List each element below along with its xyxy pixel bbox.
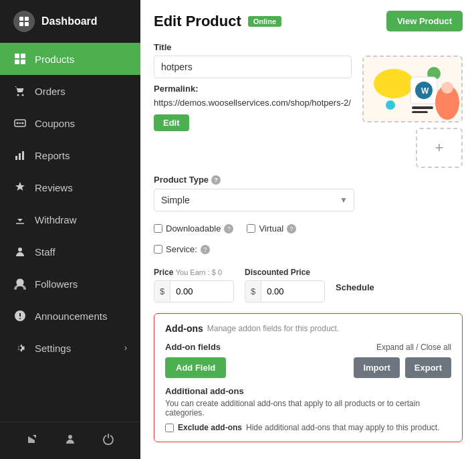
dashboard-icon <box>13 11 35 32</box>
sidebar: Dashboard Products Orders Coupons Report… <box>0 0 140 459</box>
title-input[interactable] <box>154 56 352 78</box>
sidebar-item-orders[interactable]: Orders <box>0 75 140 107</box>
svg-point-11 <box>17 122 19 124</box>
view-product-button[interactable]: View Product <box>386 11 463 31</box>
svg-rect-29 <box>412 106 433 109</box>
price-label: Price You Earn : $ 0 <box>154 268 234 277</box>
svg-rect-16 <box>22 151 24 160</box>
svg-rect-1 <box>25 17 29 21</box>
user-icon[interactable] <box>64 433 76 448</box>
product-type-label: Product Type ? <box>154 175 463 185</box>
service-info-icon[interactable]: ? <box>201 245 210 254</box>
svg-point-9 <box>22 94 24 96</box>
downloadable-info-icon[interactable]: ? <box>224 224 233 234</box>
sidebar-item-staff[interactable]: Staff <box>0 236 140 268</box>
product-type-select-wrap: Simple Variable Grouped External/Affilia… <box>154 189 354 211</box>
downloadable-checkbox-label[interactable]: Downloadable ? <box>154 223 233 234</box>
reviews-label: Reviews <box>35 182 73 193</box>
product-type-select[interactable]: Simple Variable Grouped External/Affilia… <box>154 189 354 211</box>
sidebar-item-reports[interactable]: Reports <box>0 139 140 171</box>
exclude-label: Exclude add-ons <box>178 423 242 432</box>
reports-label: Reports <box>35 150 70 161</box>
checkbox-row: Downloadable ? Virtual ? <box>154 223 463 234</box>
product-thumbnail[interactable]: W <box>362 56 463 122</box>
add-thumbnail-button[interactable]: + <box>416 128 463 168</box>
exclude-row: Exclude add-ons Hide additional add-ons … <box>165 423 451 432</box>
sidebar-item-followers[interactable]: Followers <box>0 268 140 300</box>
service-checkbox[interactable] <box>154 245 162 254</box>
exclude-desc: Hide additional add-ons that may apply t… <box>246 423 440 432</box>
sidebar-item-coupons[interactable]: Coupons <box>0 107 140 139</box>
page-header-left: Edit Product Online <box>154 13 281 30</box>
reviews-icon <box>13 181 27 194</box>
svg-point-28 <box>441 82 453 94</box>
add-field-button[interactable]: Add Field <box>165 357 226 378</box>
svg-point-8 <box>17 94 19 96</box>
edit-permalink-button[interactable]: Edit <box>154 114 189 131</box>
service-checkbox-label[interactable]: Service: ? <box>154 244 210 254</box>
staff-icon <box>13 245 27 258</box>
price-section: Price You Earn : $ 0 $ Discounted Price … <box>154 268 463 302</box>
svg-rect-7 <box>21 60 25 64</box>
virtual-checkbox[interactable] <box>247 224 255 233</box>
service-checkbox-row: Service: ? <box>154 244 463 254</box>
orders-label: Orders <box>35 86 66 97</box>
svg-point-21 <box>374 69 414 98</box>
price-row: Price You Earn : $ 0 $ Discounted Price … <box>154 268 463 302</box>
settings-label: Settings <box>35 343 71 354</box>
price-input[interactable] <box>170 281 224 302</box>
exclude-addons-checkbox[interactable] <box>165 424 174 432</box>
svg-point-12 <box>22 122 24 124</box>
dashboard-label: Dashboard <box>41 15 98 27</box>
svg-rect-2 <box>19 22 23 26</box>
announcements-icon <box>13 309 27 323</box>
price-earn: You Earn : $ 0 <box>176 268 222 276</box>
addon-buttons-right: Import Export <box>354 357 451 378</box>
discounted-currency: $ <box>245 281 261 302</box>
sidebar-item-withdraw[interactable]: Withdraw <box>0 203 140 236</box>
followers-label: Followers <box>35 278 78 290</box>
discounted-price-label: Discounted Price <box>245 268 325 277</box>
export-button[interactable]: Export <box>405 357 451 378</box>
price-currency: $ <box>154 281 170 302</box>
additional-addons-desc: You can create additional add-ons that a… <box>165 399 451 418</box>
discounted-price-col: Discounted Price $ <box>245 268 325 302</box>
permalink-row: Permalink: https://demos.woosellservices… <box>154 84 352 108</box>
schedule-label: Schedule <box>336 282 374 299</box>
additional-addons-title: Additional add-ons <box>165 386 451 396</box>
virtual-checkbox-label[interactable]: Virtual ? <box>247 223 296 234</box>
orders-icon <box>13 84 27 98</box>
main-content: Edit Product Online View Product Title P… <box>140 0 476 459</box>
addon-buttons: Add Field Import Export <box>165 357 451 378</box>
svg-rect-4 <box>15 54 19 58</box>
virtual-info-icon[interactable]: ? <box>287 224 296 234</box>
status-badge: Online <box>248 16 281 27</box>
product-type-section: Product Type ? Simple Variable Grouped E… <box>154 175 463 211</box>
downloadable-checkbox[interactable] <box>154 224 162 233</box>
discounted-price-input[interactable] <box>261 281 315 302</box>
svg-text:W: W <box>421 86 429 96</box>
addons-section: Add-ons Manage addon fields for this pro… <box>154 313 463 442</box>
product-type-info-icon[interactable]: ? <box>211 175 221 185</box>
title-section: Title Permalink: https://demos.woosellse… <box>154 42 463 168</box>
svg-rect-0 <box>19 17 23 21</box>
svg-rect-15 <box>19 153 21 160</box>
import-button[interactable]: Import <box>354 357 399 378</box>
sidebar-item-settings[interactable]: Settings › <box>0 332 140 364</box>
sidebar-item-reviews[interactable]: Reviews <box>0 171 140 203</box>
withdraw-label: Withdraw <box>35 214 77 225</box>
sidebar-item-products[interactable]: Products <box>0 43 140 75</box>
svg-rect-30 <box>412 111 428 113</box>
svg-rect-3 <box>25 22 29 26</box>
svg-point-23 <box>386 100 395 110</box>
sidebar-footer <box>0 422 140 459</box>
followers-icon <box>13 277 27 290</box>
additional-addons-section: Additional add-ons You can create additi… <box>165 386 451 432</box>
price-input-wrap: $ <box>154 280 234 302</box>
withdraw-icon <box>13 213 27 226</box>
sidebar-item-announcements[interactable]: Announcements <box>0 300 140 332</box>
power-icon[interactable] <box>102 433 114 448</box>
svg-rect-5 <box>21 54 25 58</box>
external-link-icon[interactable] <box>26 433 38 448</box>
expand-close-button[interactable]: Expand all / Close all <box>376 343 451 352</box>
